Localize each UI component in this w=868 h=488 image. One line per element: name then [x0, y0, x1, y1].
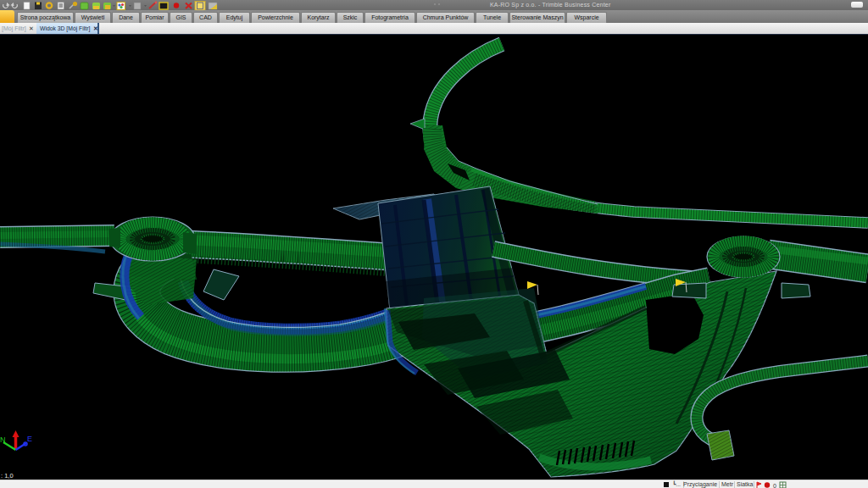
svg-text:: 1,0: : 1,0	[1, 472, 14, 480]
svg-text:E: E	[27, 435, 32, 443]
svg-text:0: 0	[773, 483, 776, 488]
svg-text:N: N	[0, 435, 6, 444]
